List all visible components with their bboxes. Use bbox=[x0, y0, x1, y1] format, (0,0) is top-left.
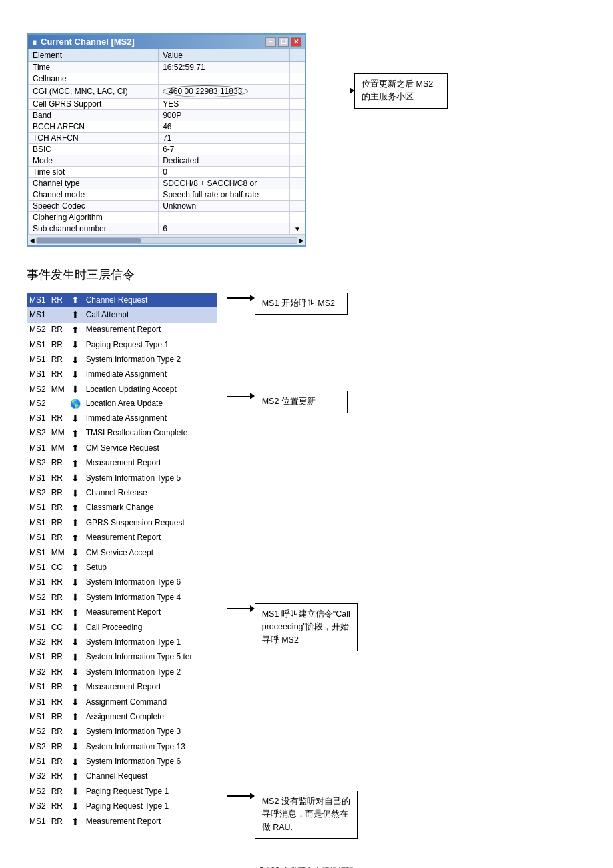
channel-value-cell: 6 bbox=[159, 223, 290, 235]
channel-element-cell: Time slot bbox=[29, 167, 159, 178]
signal-layer: RR bbox=[49, 531, 67, 545]
scroll-right-btn[interactable]: ▶ bbox=[299, 237, 304, 244]
signal-direction-icon: ⬆ bbox=[67, 560, 83, 575]
annotations-panel: MS1 开始呼叫 MS2MS2 位置更新MS1 呼叫建立信令"Callproce… bbox=[227, 293, 360, 839]
signal-row: MS1RR⬆Measurement Report bbox=[27, 814, 217, 829]
signal-ms: MS1 bbox=[27, 515, 49, 530]
section-title: 事件发生时三层信令 bbox=[27, 267, 586, 283]
signal-direction-icon: ⬇ bbox=[67, 799, 83, 814]
signal-message: System Information Type 3 bbox=[83, 725, 217, 739]
channel-table: Element Value Time16:52:59.71CellnameCGI… bbox=[28, 49, 305, 235]
annotation-arrowhead-icon bbox=[250, 295, 255, 301]
signal-ms: MS1 bbox=[27, 650, 49, 665]
signal-ms: MS2 bbox=[27, 323, 49, 337]
up-arrow-icon: ⬆ bbox=[71, 771, 79, 782]
channel-element-cell: Time bbox=[29, 62, 159, 73]
annotation-arrow-line bbox=[227, 297, 250, 299]
down-arrow-icon: ⬇ bbox=[71, 577, 79, 588]
signal-layer: RR bbox=[49, 709, 67, 724]
signal-row: MS1RR⬆Channel Request bbox=[27, 293, 217, 307]
signal-ms: MS1 bbox=[27, 307, 49, 322]
channel-value-cell bbox=[159, 212, 290, 223]
signal-row: MS2RR⬇Paging Request Type 1 bbox=[27, 784, 217, 799]
signal-ms: MS2 bbox=[27, 725, 49, 739]
annotation-entry: MS1 呼叫建立信令"Callproceeding"阶段，开始寻呼 MS2 bbox=[227, 603, 360, 651]
channel-value-cell: 460 00 22983 11833 bbox=[159, 85, 290, 99]
channel-scroll-cell bbox=[290, 189, 305, 201]
signal-ms: MS1 bbox=[27, 501, 49, 515]
channel-value-cell: 46 bbox=[159, 121, 290, 133]
annotation-entry: MS2 位置更新 bbox=[227, 391, 360, 413]
window-title: Current Channel [MS2] bbox=[41, 37, 135, 47]
up-arrow-icon: ⬆ bbox=[71, 533, 79, 543]
signal-message: System Information Type 2 bbox=[83, 353, 217, 367]
channel-value-cell bbox=[159, 73, 290, 85]
channel-element-cell: Cell GPRS Support bbox=[29, 99, 159, 110]
scrollbar-thumb bbox=[37, 238, 141, 243]
signal-row: MS1RR⬆Measurement Report bbox=[27, 531, 217, 545]
signal-row: MS2🌎Location Area Update bbox=[27, 397, 217, 411]
signal-row: MS2RR⬇Paging Request Type 1 bbox=[27, 799, 217, 814]
signal-ms: MS1 bbox=[27, 605, 49, 620]
signal-layer: RR bbox=[49, 695, 67, 709]
signal-ms: MS2 bbox=[27, 635, 49, 649]
up-arrow-icon: ⬆ bbox=[71, 503, 79, 513]
channel-element-cell: BCCH ARFCN bbox=[29, 121, 159, 133]
down-arrow-icon: ⬇ bbox=[71, 592, 79, 603]
annotation-arrow bbox=[227, 293, 255, 301]
scroll-left-btn[interactable]: ◀ bbox=[29, 237, 35, 244]
signal-message: Measurement Report bbox=[83, 456, 217, 471]
down-arrow-icon: ⬇ bbox=[71, 622, 79, 633]
signal-ms: MS1 bbox=[27, 814, 49, 829]
signal-message: System Information Type 4 bbox=[83, 590, 217, 605]
maximize-button[interactable]: ☐ bbox=[278, 37, 289, 47]
signal-message: Measurement Report bbox=[83, 605, 217, 620]
annotation-box: MS1 开始呼叫 MS2 bbox=[255, 293, 348, 315]
signal-ms: MS2 bbox=[27, 397, 49, 411]
signal-layer bbox=[49, 307, 67, 322]
signal-message: Assignment Command bbox=[83, 695, 217, 709]
signal-ms: MS1 bbox=[27, 695, 49, 709]
minimize-button[interactable]: – bbox=[265, 37, 276, 47]
signal-row: MS1RR⬇Immediate Assignment bbox=[27, 367, 217, 382]
signal-direction-icon: ⬆ bbox=[67, 307, 83, 322]
up-arrow-icon: ⬆ bbox=[71, 325, 79, 335]
scrollbar-track[interactable] bbox=[36, 237, 297, 244]
window-controls[interactable]: – ☐ ✕ bbox=[265, 37, 301, 47]
signal-message: Call Proceeding bbox=[83, 620, 217, 635]
signal-message: Measurement Report bbox=[83, 323, 217, 337]
channel-value-cell: SDCCH/8 + SACCH/C8 or bbox=[159, 178, 290, 189]
signal-layer: RR bbox=[49, 411, 67, 426]
annotation-arrow bbox=[227, 603, 255, 612]
globe-icon: 🌎 bbox=[70, 399, 81, 409]
signal-layer: RR bbox=[49, 769, 67, 784]
channel-scroll-cell bbox=[290, 73, 305, 85]
channel-value-cell: 6-7 bbox=[159, 144, 290, 155]
down-arrow-icon: ⬇ bbox=[71, 801, 79, 812]
signal-direction-icon: ⬇ bbox=[67, 471, 83, 485]
signal-direction-icon: ⬆ bbox=[67, 515, 83, 530]
signal-message: Paging Request Type 1 bbox=[83, 799, 217, 814]
up-arrow-icon: ⬆ bbox=[71, 295, 79, 305]
signal-direction-icon: ⬇ bbox=[67, 695, 83, 709]
up-arrow-icon: ⬆ bbox=[71, 816, 79, 827]
window-annotation-arrow-row: 位置更新之后 MS2的主服务小区 bbox=[326, 73, 448, 109]
scrollbar-row[interactable]: ◀ ▶ bbox=[28, 235, 305, 245]
signal-row: MS2RR⬆Channel Request bbox=[27, 769, 217, 784]
signal-ms: MS1 bbox=[27, 620, 49, 635]
close-button[interactable]: ✕ bbox=[291, 37, 301, 47]
signal-ms: MS1 bbox=[27, 545, 49, 560]
signal-message: Measurement Report bbox=[83, 814, 217, 829]
signal-ms: MS2 bbox=[27, 739, 49, 754]
channel-window: ∎ Current Channel [MS2] – ☐ ✕ Element Va… bbox=[27, 33, 306, 247]
channel-element-cell: CGI (MCC, MNC, LAC, CI) bbox=[29, 85, 159, 99]
signal-layer: RR bbox=[49, 337, 67, 352]
signal-ms: MS2 bbox=[27, 456, 49, 471]
signal-row: MS1RR⬆Measurement Report bbox=[27, 605, 217, 620]
signal-ms: MS1 bbox=[27, 755, 49, 769]
down-arrow-icon: ⬇ bbox=[71, 339, 79, 350]
signal-ms: MS1 bbox=[27, 680, 49, 695]
signal-layer: RR bbox=[49, 353, 67, 367]
signal-ms: MS2 bbox=[27, 486, 49, 501]
down-arrow-icon: ⬇ bbox=[71, 727, 79, 737]
